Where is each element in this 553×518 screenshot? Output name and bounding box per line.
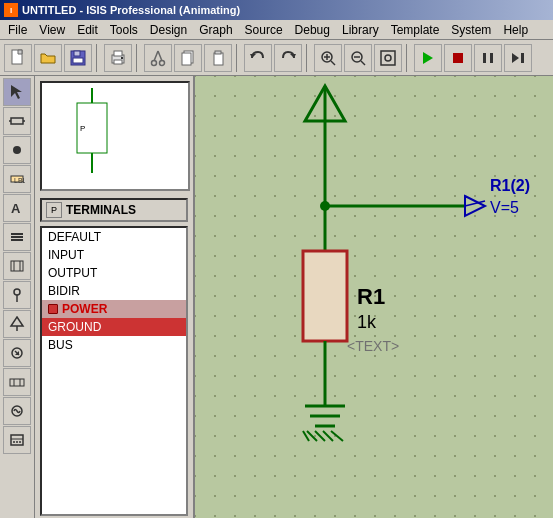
run-button[interactable] — [414, 44, 442, 72]
svg-rect-74 — [303, 251, 347, 341]
instrument-tool[interactable] — [3, 426, 31, 454]
terminal-output[interactable]: OUTPUT — [42, 264, 186, 282]
menu-system[interactable]: System — [445, 21, 497, 39]
svg-text:V=5: V=5 — [490, 199, 519, 216]
pause-button[interactable] — [474, 44, 502, 72]
svg-text:A: A — [11, 201, 21, 216]
text-tool[interactable]: A — [3, 194, 31, 222]
svg-marker-34 — [11, 85, 22, 99]
svg-text:LBL: LBL — [14, 177, 25, 184]
title-bar: I UNTITLED - ISIS Professional (Animatin… — [0, 0, 553, 20]
undo-button[interactable] — [244, 44, 272, 72]
bus-tool[interactable] — [3, 223, 31, 251]
terminal-bus[interactable]: BUS — [42, 336, 186, 354]
title-text: UNTITLED - ISIS Professional (Animating) — [22, 4, 240, 16]
menu-debug[interactable]: Debug — [289, 21, 336, 39]
terminal-power[interactable]: POWER — [42, 300, 186, 318]
svg-line-20 — [331, 61, 335, 65]
panel-header-label: TERMINALS — [66, 203, 136, 217]
svg-point-38 — [13, 146, 21, 154]
svg-point-48 — [14, 289, 20, 295]
wire-label-tool[interactable]: LBL — [3, 165, 31, 193]
svg-point-10 — [160, 60, 165, 65]
svg-marker-28 — [423, 52, 433, 64]
tape-tool[interactable] — [3, 368, 31, 396]
menu-view[interactable]: View — [33, 21, 71, 39]
menu-design[interactable]: Design — [144, 21, 193, 39]
new-button[interactable] — [4, 44, 32, 72]
svg-text:<TEXT>: <TEXT> — [347, 338, 399, 354]
save-button[interactable] — [64, 44, 92, 72]
menu-bar: File View Edit Tools Design Graph Source… — [0, 20, 553, 40]
svg-rect-31 — [490, 53, 493, 63]
app-icon: I — [4, 3, 18, 17]
zoom-in-button[interactable] — [314, 44, 342, 72]
svg-rect-30 — [483, 53, 486, 63]
subcircuit-tool[interactable] — [3, 252, 31, 280]
generator-tool[interactable] — [3, 397, 31, 425]
separator-3 — [236, 44, 240, 72]
current-probe-tool[interactable] — [3, 339, 31, 367]
svg-marker-1 — [18, 50, 22, 54]
menu-help[interactable]: Help — [497, 21, 534, 39]
svg-rect-55 — [10, 379, 24, 386]
svg-marker-50 — [11, 317, 23, 326]
terminal-input[interactable]: INPUT — [42, 246, 186, 264]
terminals-list: DEFAULT INPUT OUTPUT BIDIR POWER GROUND … — [40, 226, 188, 516]
menu-edit[interactable]: Edit — [71, 21, 104, 39]
svg-rect-14 — [182, 53, 191, 65]
select-tool[interactable] — [3, 78, 31, 106]
probe-tool[interactable] — [3, 281, 31, 309]
svg-rect-45 — [11, 261, 23, 271]
paste-button[interactable] — [204, 44, 232, 72]
separator-2 — [136, 44, 140, 72]
step-button[interactable] — [504, 44, 532, 72]
stop-button[interactable] — [444, 44, 472, 72]
zoom-out-button[interactable] — [344, 44, 372, 72]
menu-library[interactable]: Library — [336, 21, 385, 39]
menu-file[interactable]: File — [2, 21, 33, 39]
canvas-area[interactable]: R1 1k <TEXT> R1(2) V=5 — [195, 76, 553, 518]
component-panel: P P TERMINALS DEFAULT INPUT OUTPUT BIDIR… — [35, 76, 195, 518]
open-button[interactable] — [34, 44, 62, 72]
separator-1 — [96, 44, 100, 72]
separator-5 — [406, 44, 410, 72]
terminal-bidir[interactable]: BIDIR — [42, 282, 186, 300]
menu-graph[interactable]: Graph — [193, 21, 238, 39]
copy-button[interactable] — [174, 44, 202, 72]
zoom-fit-button[interactable] — [374, 44, 402, 72]
menu-template[interactable]: Template — [385, 21, 446, 39]
menu-tools[interactable]: Tools — [104, 21, 144, 39]
panel-header: P TERMINALS — [40, 198, 188, 222]
svg-rect-4 — [73, 58, 83, 63]
svg-rect-59 — [11, 435, 23, 445]
svg-rect-29 — [453, 53, 463, 63]
cut-button[interactable] — [144, 44, 172, 72]
menu-source[interactable]: Source — [239, 21, 289, 39]
print-button[interactable] — [104, 44, 132, 72]
terminal-default[interactable]: DEFAULT — [42, 228, 186, 246]
toolbar — [0, 40, 553, 76]
main-area: LBL A — [0, 76, 553, 518]
power-indicator — [48, 304, 58, 314]
svg-rect-8 — [121, 57, 123, 59]
redo-button[interactable] — [274, 44, 302, 72]
svg-point-9 — [152, 60, 157, 65]
svg-text:1k: 1k — [357, 312, 377, 332]
svg-rect-15 — [214, 53, 223, 65]
svg-line-12 — [158, 51, 162, 61]
panel-header-button[interactable]: P — [46, 202, 62, 218]
svg-rect-3 — [74, 51, 80, 56]
component-tool[interactable] — [3, 107, 31, 135]
svg-line-24 — [361, 61, 365, 65]
preview-area: P — [40, 81, 190, 191]
svg-rect-6 — [114, 51, 122, 56]
svg-rect-16 — [215, 51, 221, 54]
svg-point-27 — [385, 55, 391, 61]
svg-rect-33 — [521, 53, 524, 63]
voltage-probe-tool[interactable] — [3, 310, 31, 338]
terminal-ground[interactable]: GROUND — [42, 318, 186, 336]
circuit-diagram: R1 1k <TEXT> R1(2) V=5 — [195, 76, 553, 518]
svg-text:R1: R1 — [357, 284, 385, 309]
junction-tool[interactable] — [3, 136, 31, 164]
